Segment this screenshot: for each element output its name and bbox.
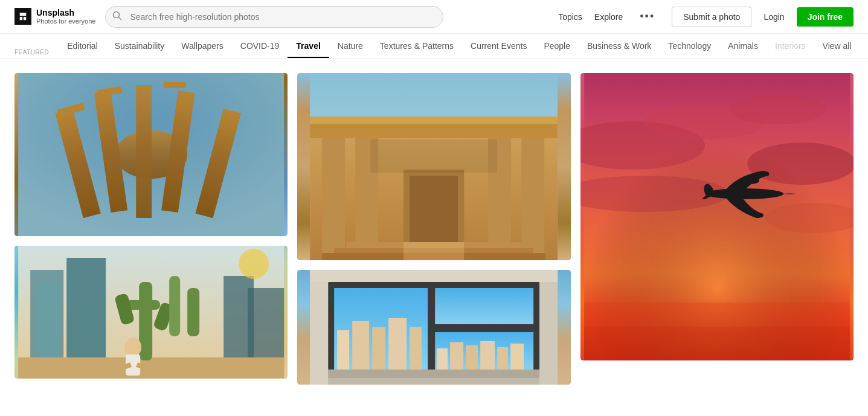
category-people[interactable]: People <box>535 34 579 58</box>
category-editorial[interactable]: Editorial <box>59 34 106 58</box>
category-textures-patterns[interactable]: Textures & Patterns <box>371 34 462 58</box>
photo-svg-columns <box>14 73 288 236</box>
svg-rect-67 <box>322 370 545 378</box>
featured-label: FEATURED <box>14 49 59 58</box>
svg-line-2 <box>119 17 121 19</box>
more-options-button[interactable]: ••• <box>635 8 660 25</box>
category-view-all[interactable]: View all <box>814 34 860 58</box>
category-current-events[interactable]: Current Events <box>462 34 535 58</box>
category-nav: FEATURED Editorial Sustainability Wallpa… <box>0 34 868 59</box>
nav-topics[interactable]: Topics <box>558 12 582 22</box>
photo-city-cactus <box>14 246 288 379</box>
svg-rect-52 <box>434 288 533 324</box>
logo-name: Unsplash <box>36 8 95 18</box>
svg-point-80 <box>741 177 759 184</box>
login-button[interactable]: Login <box>764 12 784 22</box>
svg-rect-56 <box>337 330 349 370</box>
submit-photo-button[interactable]: Submit a photo <box>672 7 751 27</box>
svg-rect-63 <box>466 345 478 370</box>
join-free-button[interactable]: Join free <box>797 7 854 27</box>
category-covid19[interactable]: COVID-19 <box>232 34 288 58</box>
photo-svg-window <box>297 270 570 385</box>
header-nav: Topics Explore ••• Submit a photo Login … <box>558 7 854 27</box>
logo-link[interactable]: Unsplash Photos for everyone <box>14 8 95 26</box>
category-animals[interactable]: Animals <box>719 34 767 58</box>
category-sustainability[interactable]: Sustainability <box>106 34 173 58</box>
svg-rect-54 <box>434 327 533 332</box>
svg-rect-61 <box>437 348 448 370</box>
photo-grid <box>0 59 868 399</box>
svg-point-75 <box>747 142 854 185</box>
svg-rect-55 <box>429 282 435 376</box>
svg-rect-59 <box>388 318 407 370</box>
search-input[interactable] <box>105 6 443 28</box>
category-travel[interactable]: Travel <box>288 34 329 58</box>
svg-rect-32 <box>18 246 284 379</box>
unsplash-logo-icon <box>14 8 31 25</box>
svg-rect-64 <box>480 341 495 370</box>
photo-svg-cactus <box>14 246 288 379</box>
svg-rect-68 <box>310 270 328 385</box>
svg-rect-57 <box>352 321 369 370</box>
category-technology[interactable]: Technology <box>660 34 719 58</box>
category-nav-inner: FEATURED Editorial Sustainability Wallpa… <box>14 34 860 58</box>
photo-svg-airplane <box>580 73 854 360</box>
photo-item[interactable] <box>297 270 570 385</box>
svg-rect-60 <box>410 327 422 370</box>
photo-item[interactable] <box>14 246 288 379</box>
search-bar-container <box>105 6 443 28</box>
category-interiors[interactable]: Interiors <box>767 34 814 58</box>
photo-columns-ancient <box>14 73 288 236</box>
svg-rect-48 <box>310 73 558 260</box>
nav-explore[interactable]: Explore <box>594 12 623 22</box>
svg-rect-65 <box>497 347 508 370</box>
svg-point-76 <box>729 94 826 124</box>
photo-item[interactable] <box>297 73 570 260</box>
search-icon <box>112 11 122 23</box>
photo-window-view <box>297 270 570 385</box>
photo-svg-temple <box>297 73 570 260</box>
logo-text-block: Unsplash Photos for everyone <box>36 8 95 26</box>
svg-rect-69 <box>539 270 558 385</box>
photo-item[interactable] <box>14 73 288 236</box>
photo-item[interactable] <box>580 73 854 360</box>
svg-rect-82 <box>584 327 850 360</box>
photo-airplane-sunset <box>580 73 854 360</box>
category-business-work[interactable]: Business & Work <box>579 34 660 58</box>
category-wallpapers[interactable]: Wallpapers <box>173 34 232 58</box>
logo-tagline: Photos for everyone <box>36 18 95 25</box>
svg-rect-58 <box>372 327 385 370</box>
photo-temple <box>297 73 570 260</box>
svg-rect-13 <box>18 73 284 236</box>
category-nature[interactable]: Nature <box>329 34 371 58</box>
svg-rect-62 <box>450 342 463 370</box>
svg-rect-0 <box>14 8 31 25</box>
site-header: Unsplash Photos for everyone Topics Expl… <box>0 0 868 34</box>
svg-rect-70 <box>310 270 558 282</box>
svg-rect-66 <box>510 344 524 370</box>
